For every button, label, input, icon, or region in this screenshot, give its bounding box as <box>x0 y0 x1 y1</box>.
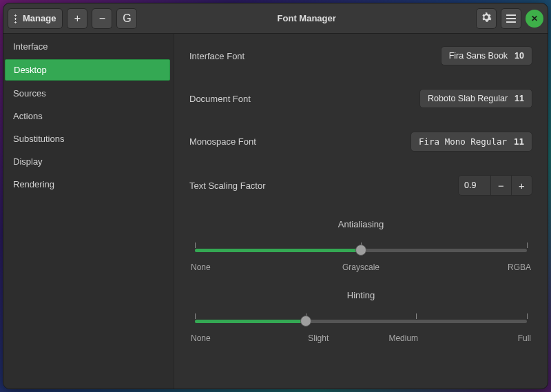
hinting-tick <box>416 313 417 319</box>
plus-icon: + <box>519 180 525 192</box>
g-button[interactable]: G <box>116 8 137 29</box>
interface-font-size: 10 <box>514 51 524 61</box>
hinting-option-label: None <box>191 333 276 343</box>
document-font-label: Document Font <box>189 94 251 104</box>
sidebar-item-rendering[interactable]: Rendering <box>3 173 174 196</box>
antialiasing-option-label: RGBA <box>417 262 531 272</box>
document-font-size: 11 <box>514 94 524 103</box>
antialiasing-section: Antialiasing NoneGrayscaleRGBA <box>189 219 532 272</box>
sidebar: InterfaceDesktopSourcesActionsSubstituti… <box>3 34 174 389</box>
hinting-tick <box>527 313 528 319</box>
document-font-name: Roboto Slab Regular <box>428 94 508 103</box>
hinting-option-label: Slight <box>276 333 362 343</box>
antialiasing-labels: NoneGrayscaleRGBA <box>191 262 531 272</box>
sidebar-item-desktop[interactable]: Desktop <box>5 59 170 81</box>
gear-icon <box>481 12 492 25</box>
hinting-option-label: Full <box>446 333 532 343</box>
monospace-font-button[interactable]: Fira Mono Regular 11 <box>410 132 532 152</box>
hinting-title: Hinting <box>189 290 532 300</box>
minus-icon: − <box>498 180 504 192</box>
close-button[interactable]: ✕ <box>526 10 543 28</box>
plus-icon: + <box>74 12 81 25</box>
settings-button[interactable] <box>476 8 497 29</box>
interface-font-label: Interface Font <box>189 51 245 61</box>
monospace-font-size: 11 <box>514 136 524 147</box>
text-scaling-spin[interactable]: 0.9 − + <box>458 175 532 196</box>
interface-font-name: Fira Sans Book <box>449 51 508 61</box>
monospace-font-name: Fira Mono Regular <box>419 136 507 147</box>
menu-button[interactable] <box>501 8 521 29</box>
sidebar-item-interface[interactable]: Interface <box>3 35 174 58</box>
g-label: G <box>123 12 131 25</box>
sidebar-item-display[interactable]: Display <box>3 150 174 173</box>
manage-menu-button[interactable]: Manage <box>8 8 63 29</box>
antialiasing-option-label: Grayscale <box>304 262 418 272</box>
manage-label: Manage <box>23 13 56 23</box>
hinting-option-label: Medium <box>361 333 446 343</box>
close-icon: ✕ <box>531 14 538 23</box>
interface-font-button[interactable]: Fira Sans Book 10 <box>441 46 532 65</box>
add-button[interactable]: + <box>67 8 87 29</box>
remove-button[interactable]: − <box>92 8 112 29</box>
sidebar-item-substitutions[interactable]: Substitutions <box>3 127 174 150</box>
antialiasing-slider[interactable] <box>195 240 527 258</box>
hamburger-icon <box>506 18 516 19</box>
window-title: Font Manager <box>137 13 476 23</box>
hinting-section: Hinting NoneSlightMediumFull <box>189 290 532 343</box>
sidebar-item-sources[interactable]: Sources <box>3 82 174 105</box>
hinting-labels: NoneSlightMediumFull <box>191 333 531 343</box>
app-window: Manage + − G Font Manager ✕ <box>3 3 548 389</box>
document-font-button[interactable]: Roboto Slab Regular 11 <box>419 89 532 108</box>
minus-icon: − <box>99 12 105 25</box>
text-scaling-value: 0.9 <box>459 176 490 195</box>
antialiasing-option-label: None <box>191 262 304 272</box>
text-scaling-decrement[interactable]: − <box>490 176 511 195</box>
antialiasing-thumb[interactable] <box>355 245 366 256</box>
hinting-tick <box>195 313 196 319</box>
antialiasing-tick <box>195 243 196 248</box>
hinting-thumb[interactable] <box>300 316 311 327</box>
hinting-slider[interactable] <box>195 311 527 329</box>
antialiasing-tick <box>527 243 528 248</box>
antialiasing-title: Antialiasing <box>189 219 532 229</box>
header-bar: Manage + − G Font Manager ✕ <box>3 3 548 34</box>
text-scaling-label: Text Scaling Factor <box>189 180 266 191</box>
sidebar-item-actions[interactable]: Actions <box>3 105 174 127</box>
desktop-settings-pane: Interface Font Fira Sans Book 10 Documen… <box>174 34 548 389</box>
monospace-font-label: Monospace Font <box>189 136 256 147</box>
text-scaling-increment[interactable]: + <box>511 176 532 195</box>
